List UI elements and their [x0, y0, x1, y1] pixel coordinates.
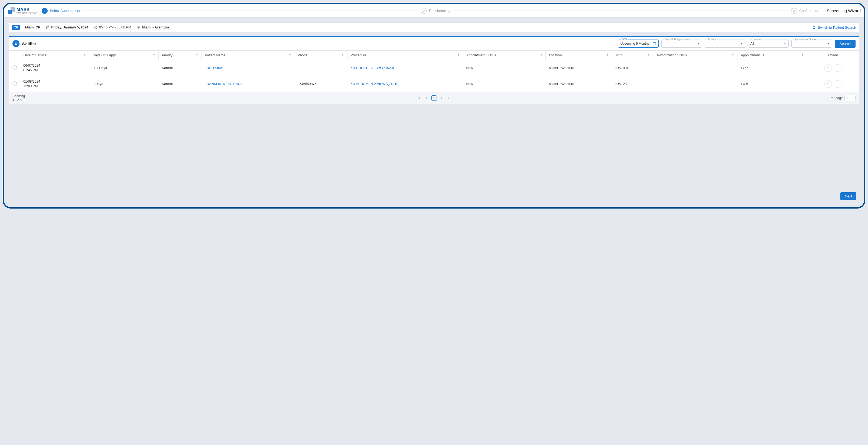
- col-date-of-service[interactable]: Date of Service▲▼: [20, 51, 89, 60]
- wizard-title: Scheduling Wizard: [822, 8, 861, 13]
- context-resource: Miami CR: [25, 26, 40, 29]
- status-filter-label: Appointment Status: [794, 38, 817, 41]
- context-date: Friday, January 5, 2024: [51, 26, 88, 29]
- col-phone[interactable]: Phone▲▼: [294, 51, 347, 60]
- per-page-label: Per page: [830, 96, 843, 100]
- chevron-right-icon: [440, 96, 443, 100]
- svg-point-4: [16, 42, 17, 44]
- cell-appt-id: 1485: [738, 76, 807, 92]
- step-number: 3: [791, 8, 797, 14]
- cell-appt-status: New: [463, 60, 546, 76]
- step-label: Select Appointment: [50, 9, 80, 13]
- person-icon: [812, 26, 816, 30]
- prev-page-button[interactable]: [424, 96, 429, 100]
- dos-filter[interactable]: DOS Upcoming 6 Months: [618, 39, 659, 48]
- first-page-icon: [417, 96, 421, 100]
- svg-point-11: [838, 84, 839, 84]
- row-radio[interactable]: [12, 65, 17, 70]
- step-select-appointment[interactable]: 1 Select Appointment: [39, 8, 82, 14]
- cell-phone: 9545559876: [294, 76, 347, 92]
- col-days-until-appt[interactable]: Days Until Appt▲▼: [89, 51, 159, 60]
- days-until-appointment-filter[interactable]: Days Until Appointment ▼: [661, 39, 702, 48]
- col-procedure[interactable]: Procedure▲▼: [347, 51, 463, 60]
- step-label: Rescheduling: [429, 9, 451, 13]
- edit-button[interactable]: [825, 80, 832, 88]
- cell-days: 3 Days: [89, 76, 159, 92]
- next-page-button[interactable]: [439, 96, 444, 100]
- svg-point-6: [837, 68, 837, 68]
- sort-icon: ▲▼: [607, 53, 609, 56]
- brand-logo: MASS RADIOLOGY GROUP: [4, 7, 39, 14]
- panel-title: Waitlist: [22, 41, 36, 46]
- row-radio[interactable]: [12, 81, 17, 86]
- procedure-link[interactable]: XR ABDOMEN 2 VIEWS(74010): [350, 82, 400, 86]
- edit-icon: [826, 66, 830, 70]
- cell-location: Miami - Aventura: [546, 76, 612, 92]
- appointment-status-filter[interactable]: Appointment Status ▼: [792, 39, 832, 48]
- col-patient-name[interactable]: Patient Name▲▼: [202, 51, 294, 60]
- dos-filter-value: Upcoming 6 Months: [620, 42, 649, 45]
- step-rescheduling[interactable]: 2 Rescheduling: [419, 8, 453, 14]
- first-page-button[interactable]: [416, 96, 422, 100]
- more-button[interactable]: [834, 64, 841, 72]
- dos-filter-label: DOS: [620, 38, 628, 41]
- cell-mrn: IDS1094: [612, 60, 653, 76]
- person-circle-icon: [12, 40, 20, 47]
- cell-priority: Normal: [158, 60, 201, 76]
- search-button[interactable]: Search: [835, 40, 856, 48]
- cell-dos-date: 01/08/2024: [23, 80, 86, 84]
- sort-icon: ▲▼: [648, 53, 650, 56]
- col-priority[interactable]: Priority▲▼: [158, 51, 201, 60]
- per-page-select[interactable]: 10: [844, 95, 856, 101]
- step-confirmation[interactable]: 3 Confirmation: [789, 8, 822, 14]
- col-mrn[interactable]: MRN▲▼: [612, 51, 653, 60]
- cell-appt-status: New: [463, 76, 546, 92]
- step-separator: [453, 10, 789, 11]
- location-pin-icon: [137, 26, 140, 29]
- cell-priority: Normal: [158, 76, 201, 92]
- location-filter-value: All: [750, 42, 754, 45]
- svg-point-10: [837, 84, 838, 84]
- next-button[interactable]: Next: [840, 192, 856, 200]
- patient-name-link[interactable]: FRED SIMS: [205, 66, 223, 70]
- col-appointment-status[interactable]: Appointment Status▲▼: [463, 51, 546, 60]
- clock-icon: [94, 26, 97, 29]
- col-authorization-status[interactable]: Authorization Status▲▼: [653, 51, 738, 60]
- last-page-button[interactable]: [446, 96, 452, 100]
- svg-rect-5: [653, 42, 656, 45]
- col-appointment-id[interactable]: Appointment ID▲▼: [738, 51, 807, 60]
- days-filter-label: Days Until Appointment: [664, 38, 691, 41]
- svg-point-8: [838, 68, 839, 68]
- svg-point-3: [813, 26, 815, 27]
- location-filter-label: Location: [750, 38, 762, 41]
- location-filter[interactable]: Location All ▼: [748, 39, 789, 48]
- context-time: 05:45 PM - 06:00 PM: [99, 26, 131, 29]
- switch-to-patient-search-link[interactable]: Switch to Patient Search: [812, 26, 856, 30]
- patient-name-link[interactable]: FRANKLIN WEINTRAUB: [205, 82, 243, 86]
- edit-icon: [826, 82, 830, 86]
- svg-point-7: [837, 68, 838, 68]
- procedure-link[interactable]: XR CHEST 2 VIEWS(71020): [350, 66, 394, 70]
- showing-label: Showing: [12, 94, 25, 98]
- cell-auth: [653, 76, 738, 92]
- cell-phone: [294, 60, 347, 76]
- current-page[interactable]: 1: [431, 95, 437, 101]
- table-row[interactable]: 01/08/202412:00 PM 3 Days Normal FRANKLI…: [9, 76, 859, 92]
- edit-button[interactable]: [825, 64, 832, 72]
- table-row[interactable]: 06/07/202401:45 PM 90+ Days Normal FRED …: [9, 60, 859, 76]
- cell-mrn: IDS1289: [612, 76, 653, 92]
- cell-auth: [653, 60, 738, 76]
- priority-filter[interactable]: Priority ▼: [705, 39, 745, 48]
- caret-down-icon: ▼: [740, 42, 743, 45]
- step-number: 2: [421, 8, 427, 14]
- context-location: Miami - Aventura: [142, 26, 169, 29]
- kebab-icon: [836, 82, 840, 86]
- last-page-icon: [448, 96, 451, 100]
- cell-appt-id: 1477: [738, 60, 807, 76]
- logo-sub-text: RADIOLOGY GROUP: [17, 12, 37, 14]
- sort-icon: ▲▼: [540, 53, 542, 56]
- more-button[interactable]: [834, 80, 841, 88]
- caret-down-icon: ▼: [827, 42, 830, 45]
- sort-icon: ▲▼: [801, 53, 804, 56]
- col-location[interactable]: Location▲▼: [546, 51, 612, 60]
